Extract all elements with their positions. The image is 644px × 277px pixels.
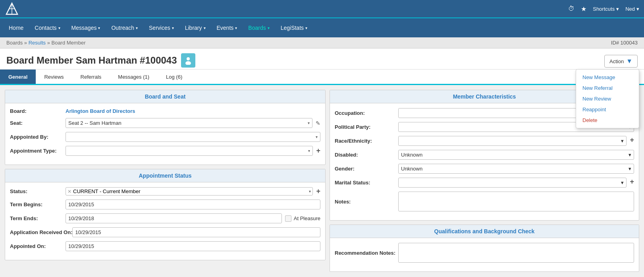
dropdown-reappoint[interactable]: Reappoint [576, 104, 639, 115]
action-dropdown: New Message New Referral New Review Reap… [576, 69, 639, 128]
notes-input[interactable] [398, 192, 634, 211]
race-plus-icon[interactable]: + [630, 136, 634, 146]
disabled-value-area: Unknown ▾ [398, 150, 634, 160]
marital-value-area: ▾ + [398, 178, 634, 188]
marital-plus-icon[interactable]: + [630, 178, 634, 188]
gender-label: Gender: [335, 166, 398, 172]
marital-row: Marital Status: ▾ + [335, 178, 634, 188]
disabled-caret-icon: ▾ [629, 152, 631, 158]
marital-label: Marital Status: [335, 180, 398, 186]
status-value: CURRENT - Current Member [73, 188, 309, 194]
nav-services[interactable]: Services ▾ [143, 18, 179, 38]
appointed-by-group: ▾ [66, 132, 320, 142]
dropdown-new-review[interactable]: New Review [576, 93, 639, 104]
action-button[interactable]: Action ▼ [604, 55, 638, 68]
appointed-on-label: Appointed On: [10, 243, 66, 249]
appointed-by-select[interactable]: ▾ [66, 132, 320, 142]
notes-value-area [398, 192, 634, 211]
appointment-type-plus-icon[interactable]: + [316, 147, 320, 155]
dropdown-new-referral[interactable]: New Referral [576, 83, 639, 93]
appointment-type-caret-icon: ▾ [308, 149, 310, 153]
recommendation-label: Recommendation Notes: [335, 250, 398, 256]
appointed-by-row: Apppointed By: ▾ [10, 132, 320, 142]
dropdown-delete[interactable]: Delete [576, 115, 639, 126]
shortcuts-button[interactable]: Shortcuts ▾ [593, 6, 619, 12]
term-begins-value-group: 10/29/2015 [66, 200, 320, 209]
term-begins-label: Term Begins: [10, 201, 66, 207]
page-header: Board Member Sam Hartman #100043 Action … [0, 48, 644, 70]
seat-edit-icon[interactable]: ✎ [316, 120, 320, 126]
tab-referrals[interactable]: Referrals [72, 70, 110, 84]
status-select-wrapper: ✕ CURRENT - Current Member ▾ [66, 187, 313, 196]
tab-log[interactable]: Log (6) [158, 70, 191, 84]
main-content: Board and Seat Board: Arlington Board of… [0, 85, 644, 277]
seat-select[interactable]: Seat 2 -- Sam Hartman ▾ [66, 118, 312, 128]
app-received-input[interactable]: 10/29/2015 [72, 227, 320, 237]
status-plus-icon[interactable]: + [316, 187, 320, 196]
appointment-type-group: ▾ + [66, 146, 320, 156]
appointment-type-label: Appointment Type: [10, 148, 66, 154]
recommendation-value-area [398, 243, 634, 263]
seat-label: Seat: [10, 120, 66, 126]
appointment-status-header: Appointment Status [5, 169, 325, 182]
qualifications-body: Recommendation Notes: [330, 238, 639, 271]
nav-outreach[interactable]: Outreach ▾ [106, 18, 143, 38]
nav-boards[interactable]: Boards ▾ [243, 18, 275, 38]
at-pleasure-label: At Pleasure [285, 215, 320, 222]
status-clear-icon[interactable]: ✕ [67, 189, 71, 194]
seat-input-group: Seat 2 -- Sam Hartman ▾ ✎ [66, 118, 320, 128]
nav-contacts[interactable]: Contacts ▾ [29, 18, 66, 38]
history-button[interactable]: ⏱ [568, 5, 575, 12]
appointment-status-body: Status: ✕ CURRENT - Current Member ▾ + T… [5, 182, 325, 260]
term-begins-input[interactable]: 10/29/2015 [66, 200, 320, 209]
term-ends-input[interactable]: 10/29/2018 [66, 213, 282, 223]
board-seat-section: Board and Seat Board: Arlington Board of… [5, 90, 326, 165]
seat-row: Seat: Seat 2 -- Sam Hartman ▾ ✎ [10, 118, 320, 128]
appointed-on-input[interactable]: 10/29/2015 [66, 241, 320, 251]
political-party-label: Political Party: [335, 124, 398, 130]
board-label: Board: [10, 108, 66, 114]
logo-area [5, 2, 19, 16]
tab-reviews[interactable]: Reviews [36, 70, 72, 84]
breadcrumb-results[interactable]: Results [29, 40, 46, 46]
app-logo[interactable] [5, 2, 19, 16]
qualifications-header: Qualifications and Background Check [330, 225, 639, 238]
disabled-select[interactable]: Unknown ▾ [398, 150, 634, 160]
gender-select[interactable]: Unknown ▾ [398, 164, 634, 174]
tab-messages[interactable]: Messages (1) [110, 70, 158, 84]
at-pleasure-checkbox[interactable] [285, 215, 291, 222]
status-label: Status: [10, 188, 66, 194]
recommendation-input[interactable] [398, 243, 634, 263]
appointment-status-section: Appointment Status Status: ✕ CURRENT - C… [5, 169, 326, 260]
status-caret-icon: ▾ [309, 189, 311, 194]
term-begins-row: Term Begins: 10/29/2015 [10, 200, 320, 209]
nav-events[interactable]: Events ▾ [211, 18, 243, 38]
nav-messages[interactable]: Messages ▾ [66, 18, 106, 38]
tab-general[interactable]: General [0, 70, 36, 84]
svg-point-4 [185, 61, 191, 65]
nav-bar: Home Contacts ▾ Messages ▾ Outreach ▾ Se… [0, 17, 644, 37]
marital-select[interactable]: ▾ [398, 178, 627, 188]
board-link[interactable]: Arlington Board of Directors [66, 108, 135, 114]
board-seat-header: Board and Seat [5, 90, 325, 103]
left-panel: Board and Seat Board: Arlington Board of… [5, 90, 326, 272]
top-bar: ⏱ ★ Shortcuts ▾ Ned ▾ [0, 0, 644, 17]
term-ends-label: Term Ends: [10, 215, 66, 221]
recommendation-row: Recommendation Notes: [335, 243, 634, 263]
board-seat-body: Board: Arlington Board of Directors Seat… [5, 103, 325, 165]
term-ends-value-group: 10/29/2018 At Pleasure [66, 213, 320, 223]
race-select[interactable]: ▾ [398, 136, 627, 146]
nav-home[interactable]: Home [3, 18, 29, 38]
nav-library[interactable]: Library ▾ [179, 18, 211, 38]
dropdown-new-message[interactable]: New Message [576, 72, 639, 83]
avatar-svg [184, 56, 193, 65]
nav-legistats[interactable]: LegiStats ▾ [275, 18, 313, 38]
notes-label: Notes: [335, 199, 398, 205]
appointment-type-select[interactable]: ▾ [66, 146, 313, 156]
breadcrumb-bar: Boards » Results » Board Member ID# 1000… [0, 37, 644, 48]
favorites-button[interactable]: ★ [581, 5, 586, 13]
race-caret-icon: ▾ [621, 138, 624, 144]
user-menu-button[interactable]: Ned ▾ [625, 6, 639, 12]
breadcrumb: Boards » Results » Board Member [6, 40, 85, 46]
appointed-by-caret-icon: ▾ [316, 135, 318, 139]
